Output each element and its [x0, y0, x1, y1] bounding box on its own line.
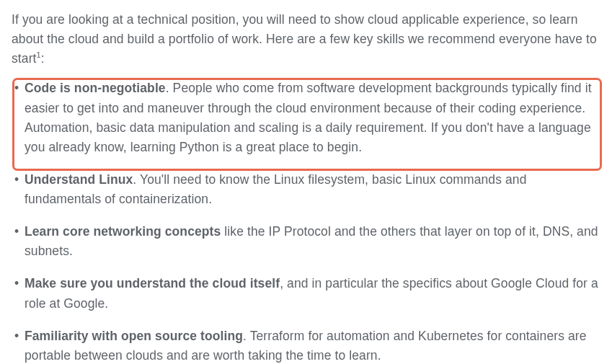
intro-tail: : [41, 51, 45, 66]
intro-text: If you are looking at a technical positi… [12, 12, 597, 66]
skill-title: Familiarity with open source tooling [25, 329, 243, 343]
highlight-box [12, 78, 602, 171]
list-item: Learn core networking concepts like the … [25, 222, 602, 261]
highlight-annotation [12, 78, 602, 171]
list-item: Make sure you understand the cloud itsel… [25, 274, 602, 313]
intro-paragraph: If you are looking at a technical positi… [12, 10, 602, 68]
skill-title: Learn core networking concepts [25, 224, 221, 239]
list-item: Understand Linux. You'll need to know th… [25, 170, 602, 209]
list-item: Familiarity with open source tooling. Te… [25, 327, 602, 364]
skill-title: Make sure you understand the cloud itsel… [25, 276, 280, 290]
skill-title: Understand Linux [25, 172, 133, 187]
